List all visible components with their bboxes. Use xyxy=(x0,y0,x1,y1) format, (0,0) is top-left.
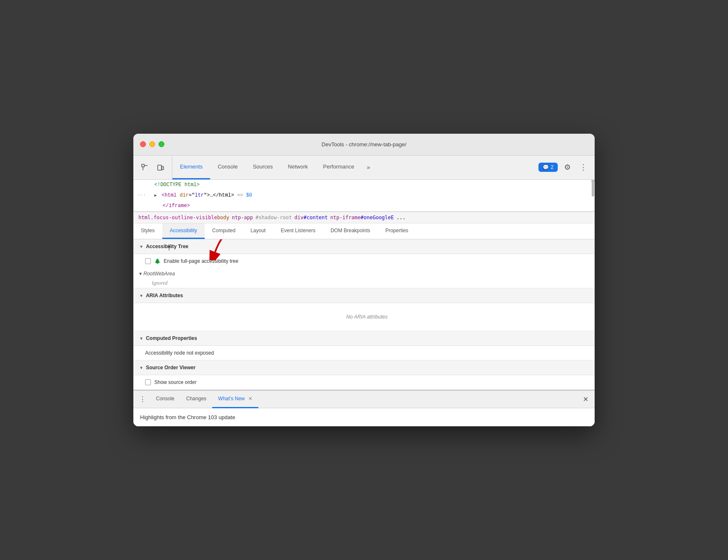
device-toggle-icon[interactable] xyxy=(154,161,167,174)
sub-tab-layout[interactable]: Layout xyxy=(243,223,273,239)
computed-triangle: ▼ xyxy=(139,336,143,341)
tab-sources[interactable]: Sources xyxy=(245,156,281,179)
computed-properties-content: Accessibility node not exposed xyxy=(133,346,595,360)
more-button[interactable]: ⋮ xyxy=(577,161,590,174)
drawer-content: Highlights from the Chrome 103 update xyxy=(133,408,595,426)
accessibility-tree-header[interactable]: ▼ Accessibility Tree xyxy=(133,239,595,254)
breadcrumb-shadow-root[interactable]: #shadow-root xyxy=(255,215,292,220)
breadcrumb-ntp-app[interactable]: ntp-app xyxy=(232,215,253,220)
sub-tab-event-listeners[interactable]: Event Listeners xyxy=(273,223,323,239)
enable-full-page-row: 🌲 Enable full-page accessibility tree xyxy=(133,254,595,268)
source-order-triangle: ▼ xyxy=(139,366,143,370)
drawer-tab-whats-new[interactable]: What's New ✕ xyxy=(212,391,258,408)
sub-tab-dom-breakpoints[interactable]: DOM Breakpoints xyxy=(323,223,378,239)
root-web-area-ignored: Ignored xyxy=(133,278,595,288)
minimize-button[interactable] xyxy=(149,141,155,147)
svg-rect-4 xyxy=(162,166,164,170)
tree-icon: 🌲 xyxy=(154,258,161,264)
aria-triangle: ▼ xyxy=(139,293,143,298)
maximize-button[interactable] xyxy=(159,141,164,147)
breadcrumb-more[interactable]: ... xyxy=(396,215,406,220)
aria-attributes-header[interactable]: ▼ ARIA Attributes xyxy=(133,288,595,303)
accessibility-tree-content: 🌲 Enable full-page accessibility tree ▾ … xyxy=(133,254,595,288)
node-not-exposed-message: Accessibility node not exposed xyxy=(133,346,595,360)
window-title: DevTools - chrome://new-tab-page/ xyxy=(322,141,406,148)
toolbar-icons xyxy=(133,156,172,179)
inspect-element-icon[interactable] xyxy=(138,161,151,174)
dom-dots[interactable]: ··· xyxy=(138,192,146,199)
sub-tab-properties[interactable]: Properties xyxy=(378,223,416,239)
aria-attributes-content: No ARIA attributes xyxy=(133,303,595,331)
breadcrumb-div-content[interactable]: div#content xyxy=(294,215,328,220)
dom-line-doctype: <!DOCTYPE html> xyxy=(133,180,595,190)
show-source-order-row: Show source order xyxy=(133,375,595,389)
sub-tabs: Styles Accessibility Computed Layout Eve… xyxy=(133,223,595,239)
traffic-lights xyxy=(140,141,164,147)
message-icon: 💬 xyxy=(543,164,549,170)
sub-tab-styles[interactable]: Styles xyxy=(133,223,162,239)
drawer-tabs-bar: ⋮ Console Changes What's New ✕ ✕ xyxy=(133,391,595,408)
accessibility-panel: ↑ ▼ Accessibility Tree 🌲 Enab xyxy=(133,239,595,390)
tab-network[interactable]: Network xyxy=(281,156,316,179)
source-order-content: Show source order xyxy=(133,375,595,390)
show-source-order-checkbox[interactable] xyxy=(145,379,151,385)
computed-properties-header[interactable]: ▼ Computed Properties xyxy=(133,331,595,346)
dom-line-html[interactable]: ··· ▶ <html dir="ltr">…</html> == $0 xyxy=(133,190,595,201)
whats-new-close[interactable]: ✕ xyxy=(248,396,252,402)
sub-tab-accessibility[interactable]: Accessibility xyxy=(162,223,205,239)
tab-elements[interactable]: Elements xyxy=(172,156,210,179)
dom-line-iframe: </iframe> xyxy=(133,201,595,211)
main-tabs: Elements Console Sources Network Perform… xyxy=(172,156,533,179)
bottom-drawer: ⋮ Console Changes What's New ✕ ✕ Highlig… xyxy=(133,390,595,426)
dom-panel: <!DOCTYPE html> ··· ▶ <html dir="ltr">…<… xyxy=(133,180,595,212)
svg-rect-0 xyxy=(142,164,144,167)
tab-console[interactable]: Console xyxy=(210,156,245,179)
message-badge[interactable]: 💬 2 xyxy=(538,163,558,172)
tabs-overflow-button[interactable]: » xyxy=(362,156,375,179)
titlebar: DevTools - chrome://new-tab-page/ xyxy=(133,134,595,156)
breadcrumb-html[interactable]: html.focus-outline-visiblebody xyxy=(138,215,229,220)
root-web-area-header[interactable]: ▾ RootWebArea xyxy=(133,268,595,278)
drawer-close-button[interactable]: ✕ xyxy=(580,394,591,405)
enable-full-page-checkbox[interactable] xyxy=(145,258,151,264)
source-order-header[interactable]: ▼ Source Order Viewer xyxy=(133,360,595,375)
devtools-window: DevTools - chrome://new-tab-page/ Elemen… xyxy=(133,134,595,427)
svg-rect-3 xyxy=(158,165,161,170)
devtools-toolbar: Elements Console Sources Network Perform… xyxy=(133,156,595,180)
settings-button[interactable]: ⚙ xyxy=(561,161,574,174)
tab-performance[interactable]: Performance xyxy=(315,156,361,179)
sub-tab-computed[interactable]: Computed xyxy=(205,223,243,239)
collapse-triangle: ▼ xyxy=(139,244,143,249)
breadcrumb-ntp-iframe[interactable]: ntp-iframe#oneGoogleE xyxy=(330,215,394,220)
close-button[interactable] xyxy=(140,141,146,147)
drawer-menu-icon[interactable]: ⋮ xyxy=(137,394,148,405)
breadcrumb-bar: html.focus-outline-visiblebody ntp-app #… xyxy=(133,212,595,223)
no-aria-message: No ARIA attributes xyxy=(133,303,595,331)
drawer-tab-changes[interactable]: Changes xyxy=(180,391,212,408)
drawer-tab-console[interactable]: Console xyxy=(150,391,180,408)
toolbar-right: 💬 2 ⚙ ⋮ xyxy=(533,156,595,179)
